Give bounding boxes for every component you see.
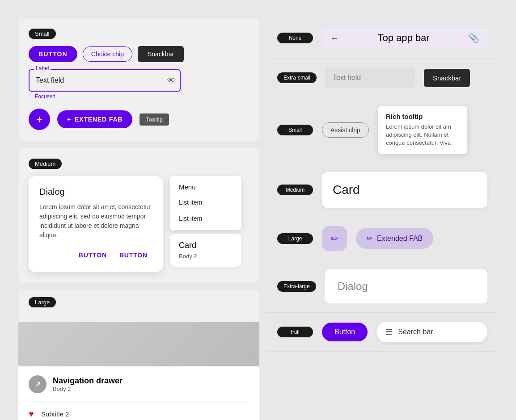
fab-extended-button[interactable]: + EXTENED FAB — [57, 110, 132, 128]
nav-drawer-header: ↗ Navigation drawer Body 2 — [29, 375, 249, 393]
avatar-icon: ↗ — [34, 379, 41, 389]
large-section-header: Large — [18, 290, 259, 322]
card-right-title: Card — [333, 183, 477, 197]
menu-header: Menu — [170, 180, 241, 194]
assist-chip[interactable]: Assist chip — [322, 122, 369, 138]
fabs-row: + + EXTENED FAB Tooltip — [29, 109, 249, 130]
extra-large-badge: Extra-large — [277, 281, 316, 292]
large-fab-extended[interactable]: ✏ Extended FAB — [356, 228, 433, 249]
card-snippet: Card Body 2 — [170, 234, 241, 267]
card-right: Card — [322, 172, 487, 208]
search-bar: ☰ Search bar — [376, 322, 487, 342]
full-row: Full Button ☰ Search bar — [266, 313, 498, 352]
dialog-actions: BUTTON BUTTON — [39, 249, 152, 261]
fab-extended-label: EXTENED FAB — [75, 116, 123, 123]
extra-small-text-field[interactable] — [326, 67, 415, 88]
avatar: ↗ — [29, 375, 47, 393]
search-bar-text[interactable]: Search bar — [398, 328, 433, 336]
rich-tooltip-body: Lorem ipsum dolor sit am adipiscing elit… — [386, 123, 459, 147]
nav-drawer-title: Navigation drawer — [53, 376, 123, 386]
medium-right-row: Medium Card — [266, 163, 498, 217]
extra-large-row: Extra-large Dialog — [266, 260, 498, 313]
text-field-container: Label 👁 — [29, 69, 181, 92]
large-section: Large ↗ Navigation drawer Body 2 ♥ Subti… — [18, 290, 259, 420]
right-panel: None ← Top app bar 📎 Extra-small Snackba… — [266, 18, 498, 420]
snackbar: Snackbar — [138, 46, 184, 62]
rich-tooltip: Rich tooltip Lorem ipsum dolor sit am ad… — [378, 106, 467, 154]
none-badge: None — [277, 33, 313, 43]
left-panel: Small BUTTON Choice chip Snackbar Label … — [18, 18, 259, 420]
extra-small-badge: Extra-small — [277, 72, 317, 83]
small-right-row: Small Assist chip Rich tooltip Lorem ips… — [266, 97, 498, 163]
menu-item-1[interactable]: List item — [170, 194, 241, 210]
card-snippet-body: Body 2 — [179, 253, 233, 260]
extra-small-snackbar: Snackbar — [424, 69, 470, 87]
fab-circle-button[interactable]: + — [29, 109, 50, 130]
full-badge: Full — [277, 327, 313, 337]
large-right-badge: Large — [277, 233, 313, 244]
fab-extended-right-label: Extended FAB — [377, 235, 423, 243]
dialog-btn2[interactable]: BUTTON — [115, 249, 152, 261]
top-app-bar: ← Top app bar 📎 — [322, 27, 487, 49]
medium-section: Medium Dialog Lorem ipsum dolor sit amet… — [18, 148, 259, 283]
small-row: BUTTON Choice chip Snackbar — [29, 46, 249, 62]
filled-button[interactable]: BUTTON — [29, 46, 77, 62]
nav-drawer-subtitle: Body 2 — [53, 386, 123, 392]
nav-drawer-info: Navigation drawer Body 2 — [53, 376, 123, 392]
back-icon[interactable]: ← — [330, 33, 339, 43]
large-badge: Large — [29, 297, 56, 307]
nav-list-label-1: Subtitle 2 — [41, 410, 69, 418]
large-fab-circle[interactable]: ✏ — [322, 226, 347, 251]
large-right-row: Large ✏ ✏ Extended FAB — [266, 217, 498, 260]
attachment-icon[interactable]: 📎 — [468, 33, 479, 43]
medium-row: Dialog Lorem ipsum dolor sit amet, conse… — [29, 176, 249, 272]
small-right-badge: Small — [277, 125, 313, 135]
dialog-btn1[interactable]: BUTTON — [74, 249, 111, 261]
dialog-title: Dialog — [39, 187, 152, 197]
menu-icon[interactable]: ☰ — [385, 327, 393, 337]
dialog: Dialog Lorem ipsum dolor sit amet, conse… — [29, 176, 163, 272]
dialog-right: Dialog — [325, 269, 487, 303]
medium-badge: Medium — [29, 159, 62, 169]
heart-icon-1: ♥ — [29, 409, 34, 419]
menu: Menu List item List item — [170, 176, 241, 230]
small-section: Small BUTTON Choice chip Snackbar Label … — [18, 18, 259, 141]
pencil-icon-extended: ✏ — [367, 234, 372, 243]
pencil-icon: ✏ — [331, 233, 338, 244]
none-row: None ← Top app bar 📎 — [266, 18, 498, 59]
plus-icon: + — [36, 113, 42, 126]
small-badge: Small — [29, 29, 56, 39]
nav-list-item-1[interactable]: ♥ Subtitle 2 — [29, 402, 249, 420]
nav-drawer-image — [18, 322, 259, 366]
medium-right-badge: Medium — [277, 185, 313, 195]
rich-tooltip-title: Rich tooltip — [386, 113, 459, 120]
visibility-icon[interactable]: 👁 — [167, 76, 175, 85]
text-field-label: Label — [34, 65, 51, 71]
text-field-input[interactable] — [29, 69, 181, 92]
focused-label: Focused — [35, 93, 249, 100]
extra-small-row: Extra-small Snackbar — [266, 59, 498, 97]
menu-item-2[interactable]: List item — [170, 210, 241, 227]
dialog-body: Lorem ipsum dolor sit amet, consectetur … — [39, 202, 152, 240]
choice-chip[interactable]: Choice chip — [83, 46, 132, 62]
dialog-right-title: Dialog — [338, 280, 475, 293]
tooltip: Tooltip — [140, 113, 169, 126]
full-button[interactable]: Button — [322, 323, 368, 341]
card-snippet-title: Card — [179, 241, 233, 250]
nav-drawer-content: ↗ Navigation drawer Body 2 ♥ Subtitle 2 … — [18, 366, 259, 420]
app-bar-title: Top app bar — [344, 32, 463, 44]
plus-icon-extended: + — [67, 116, 71, 123]
